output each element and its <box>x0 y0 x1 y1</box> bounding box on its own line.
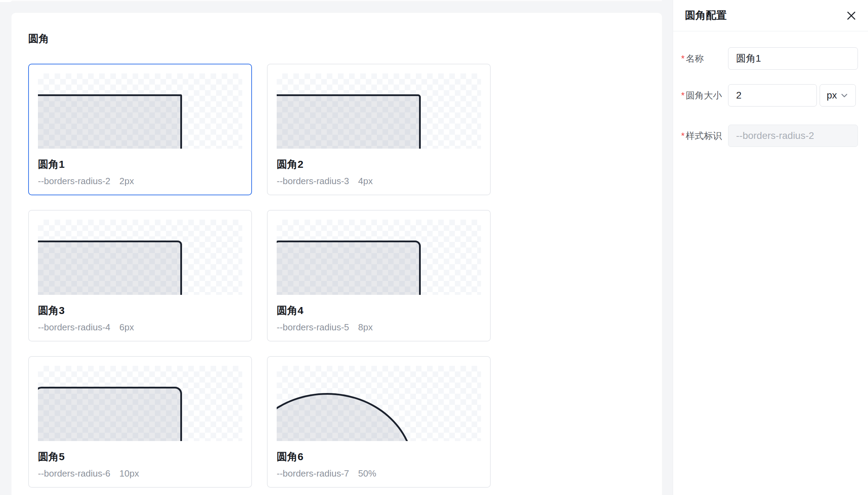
token-label: *样式标识 <box>681 131 728 141</box>
radius-value: 4px <box>358 176 373 186</box>
chevron-down-icon <box>840 91 849 100</box>
radius-css-variable: --borders-radius-4 <box>38 322 110 332</box>
radius-card-grid: 圆角1 --borders-radius-22px 圆角2 --borders-… <box>28 64 645 488</box>
drawer-form: *名称 *圆角大小 px *样式标识 <box>673 31 868 147</box>
radius-css-variable: --borders-radius-7 <box>277 468 349 479</box>
unit-select[interactable]: px <box>820 84 856 107</box>
radius-token-panel: 圆角 圆角1 --borders-radius-22px 圆角2 --borde… <box>11 13 662 495</box>
radius-card-meta: --borders-radius-610px <box>38 468 242 479</box>
radius-card-name: 圆角4 <box>277 305 481 316</box>
radius-card-name: 圆角3 <box>38 305 242 316</box>
radius-preview-shape <box>277 393 414 441</box>
size-input[interactable] <box>728 84 817 107</box>
radius-card-4[interactable]: 圆角4 --borders-radius-58px <box>267 210 491 341</box>
radius-value: 6px <box>119 322 134 332</box>
radius-preview-shape <box>38 241 182 295</box>
radius-css-variable: --borders-radius-2 <box>38 176 110 186</box>
radius-card-meta: --borders-radius-34px <box>277 176 481 186</box>
size-label: *圆角大小 <box>681 90 728 101</box>
drawer-header: 圆角配置 <box>673 0 868 31</box>
radius-preview <box>277 73 481 149</box>
radius-preview <box>38 220 242 295</box>
radius-config-drawer: 圆角配置 *名称 *圆角大小 px <box>673 0 868 495</box>
form-row-name: *名称 <box>681 47 858 70</box>
radius-preview <box>277 220 481 295</box>
radius-card-name: 圆角6 <box>277 451 481 463</box>
required-mark: * <box>681 131 685 141</box>
radius-preview <box>38 366 242 441</box>
form-row-size: *圆角大小 px <box>681 84 858 107</box>
radius-preview-shape <box>38 94 182 149</box>
radius-card-meta: --borders-radius-750% <box>277 468 481 479</box>
radius-value: 50% <box>358 468 376 479</box>
radius-card-2[interactable]: 圆角2 --borders-radius-34px <box>267 64 491 195</box>
radius-card-meta: --borders-radius-22px <box>38 176 242 186</box>
close-icon <box>846 10 857 21</box>
header-corner <box>0 0 12 2</box>
name-label: *名称 <box>681 53 728 64</box>
radius-card-6[interactable]: 圆角6 --borders-radius-750% <box>267 356 491 488</box>
radius-card-name: 圆角2 <box>277 158 481 170</box>
token-input[interactable] <box>728 125 858 147</box>
radius-value: 8px <box>358 322 373 332</box>
close-button[interactable] <box>845 9 858 22</box>
required-mark: * <box>681 90 685 101</box>
radius-preview <box>38 73 242 149</box>
radius-value: 2px <box>119 176 134 186</box>
radius-preview-shape <box>38 387 182 441</box>
required-mark: * <box>681 53 685 64</box>
radius-css-variable: --borders-radius-6 <box>38 468 110 479</box>
header-bottom-edge <box>0 0 662 2</box>
radius-preview-shape <box>277 94 421 149</box>
radius-card-meta: --borders-radius-58px <box>277 322 481 332</box>
unit-selected-value: px <box>827 90 837 101</box>
radius-card-name: 圆角1 <box>38 158 242 170</box>
radius-card-meta: --borders-radius-46px <box>38 322 242 332</box>
radius-preview-shape <box>277 241 421 295</box>
radius-value: 10px <box>119 468 139 479</box>
radius-preview <box>277 366 481 441</box>
radius-card-5[interactable]: 圆角5 --borders-radius-610px <box>28 356 252 488</box>
radius-card-1[interactable]: 圆角1 --borders-radius-22px <box>28 64 252 195</box>
radius-card-name: 圆角5 <box>38 451 242 463</box>
name-input[interactable] <box>728 47 858 70</box>
radius-css-variable: --borders-radius-5 <box>277 322 349 332</box>
form-row-token: *样式标识 <box>681 125 858 147</box>
drawer-title: 圆角配置 <box>685 8 727 23</box>
radius-card-3[interactable]: 圆角3 --borders-radius-46px <box>28 210 252 341</box>
radius-css-variable: --borders-radius-3 <box>277 176 349 186</box>
page-title: 圆角 <box>28 32 645 45</box>
